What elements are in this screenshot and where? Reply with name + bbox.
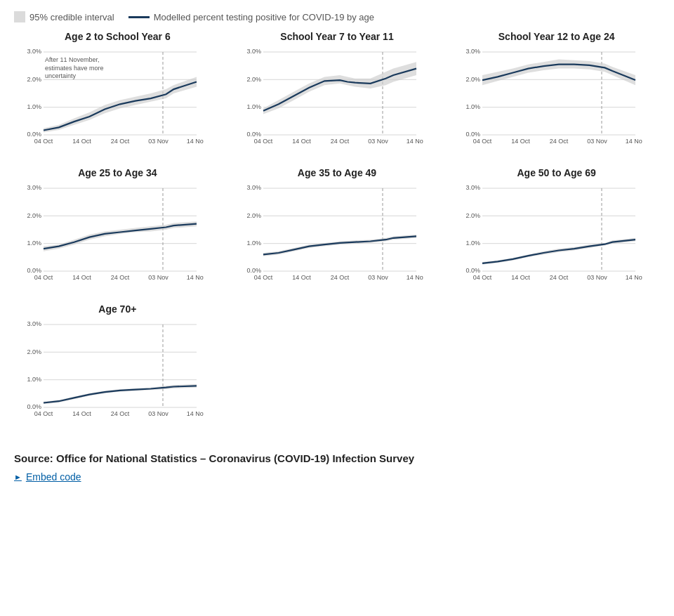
svg-text:3.0%: 3.0%: [466, 184, 481, 191]
chart-annotation-age2-school6: After 11 November, estimates have more u…: [45, 56, 115, 81]
chart-title-age2-school6: Age 2 to School Year 6: [14, 31, 221, 42]
svg-text:1.0%: 1.0%: [27, 103, 41, 110]
chart-age50-69: Age 50 to Age 693.0%2.0%1.0%0.0%04 Oct14…: [453, 167, 660, 295]
svg-text:3.0%: 3.0%: [246, 48, 261, 55]
svg-text:2.0%: 2.0%: [246, 76, 261, 83]
svg-text:14 Oct: 14 Oct: [512, 274, 531, 281]
svg-text:24 Oct: 24 Oct: [330, 138, 349, 145]
svg-text:1.0%: 1.0%: [466, 240, 481, 247]
svg-rect-96: [44, 325, 197, 407]
svg-text:03 Nov: 03 Nov: [368, 138, 388, 145]
svg-text:04 Oct: 04 Oct: [253, 138, 272, 145]
legend-line-label: Modelled percent testing positive for CO…: [154, 12, 374, 22]
svg-text:03 Nov: 03 Nov: [148, 274, 168, 281]
svg-text:14 Nov: 14 Nov: [187, 274, 204, 281]
svg-text:14 Oct: 14 Oct: [292, 138, 311, 145]
chart-title-sy7-year11: School Year 7 to Year 11: [234, 31, 441, 42]
charts-area: Age 2 to School Year 63.0%2.0%1.0%0.0%04…: [14, 31, 660, 431]
svg-text:24 Oct: 24 Oct: [550, 274, 569, 281]
svg-text:0.0%: 0.0%: [27, 403, 41, 410]
svg-text:24 Oct: 24 Oct: [111, 410, 130, 417]
chart-title-age35-49: Age 35 to Age 49: [234, 167, 441, 178]
svg-text:2.0%: 2.0%: [466, 76, 481, 83]
chart-age35-49: Age 35 to Age 493.0%2.0%1.0%0.0%04 Oct14…: [234, 167, 441, 295]
chart-age70plus: Age 70+3.0%2.0%1.0%0.0%04 Oct14 Oct24 Oc…: [14, 303, 221, 431]
svg-text:1.0%: 1.0%: [246, 240, 261, 247]
svg-text:3.0%: 3.0%: [466, 48, 481, 55]
svg-text:04 Oct: 04 Oct: [253, 274, 272, 281]
svg-text:14 Nov: 14 Nov: [406, 274, 423, 281]
svg-text:2.0%: 2.0%: [27, 212, 41, 219]
svg-text:04 Oct: 04 Oct: [34, 410, 53, 417]
svg-text:2.0%: 2.0%: [246, 212, 261, 219]
svg-text:14 Nov: 14 Nov: [187, 410, 204, 417]
svg-text:3.0%: 3.0%: [27, 320, 41, 327]
svg-text:0.0%: 0.0%: [27, 131, 41, 138]
svg-text:24 Oct: 24 Oct: [330, 274, 349, 281]
embed-link[interactable]: ► Embed code: [14, 471, 660, 483]
svg-text:24 Oct: 24 Oct: [111, 274, 130, 281]
svg-text:0.0%: 0.0%: [27, 267, 41, 274]
svg-text:03 Nov: 03 Nov: [148, 138, 168, 145]
svg-text:14 Oct: 14 Oct: [72, 274, 91, 281]
chart-title-age50-69: Age 50 to Age 69: [453, 167, 660, 178]
svg-text:14 Oct: 14 Oct: [292, 274, 311, 281]
svg-text:3.0%: 3.0%: [246, 184, 261, 191]
svg-text:14 Nov: 14 Nov: [406, 138, 423, 145]
embed-label: Embed code: [26, 471, 81, 483]
svg-text:03 Nov: 03 Nov: [148, 410, 168, 417]
svg-text:03 Nov: 03 Nov: [368, 274, 388, 281]
svg-text:3.0%: 3.0%: [27, 48, 41, 55]
svg-text:14 Oct: 14 Oct: [72, 410, 91, 417]
svg-text:03 Nov: 03 Nov: [588, 138, 608, 145]
legend-interval-box: [14, 11, 25, 22]
svg-text:1.0%: 1.0%: [466, 103, 481, 110]
svg-text:04 Oct: 04 Oct: [34, 138, 53, 145]
svg-text:2.0%: 2.0%: [27, 348, 41, 355]
svg-text:0.0%: 0.0%: [246, 267, 261, 274]
svg-rect-80: [482, 188, 635, 271]
svg-text:14 Nov: 14 Nov: [626, 138, 642, 145]
chart-title-sy12-age24: School Year 12 to Age 24: [453, 31, 660, 42]
svg-text:04 Oct: 04 Oct: [34, 274, 53, 281]
legend: 95% credible interval Modelled percent t…: [14, 11, 660, 22]
svg-text:2.0%: 2.0%: [466, 212, 481, 219]
legend-interval-label: 95% credible interval: [29, 12, 114, 22]
svg-text:0.0%: 0.0%: [246, 131, 261, 138]
svg-text:0.0%: 0.0%: [466, 267, 481, 274]
svg-text:14 Nov: 14 Nov: [626, 274, 642, 281]
svg-text:1.0%: 1.0%: [246, 103, 261, 110]
svg-rect-64: [263, 188, 416, 271]
svg-text:14 Oct: 14 Oct: [512, 138, 531, 145]
svg-text:04 Oct: 04 Oct: [473, 138, 492, 145]
svg-rect-16: [263, 52, 416, 135]
svg-text:1.0%: 1.0%: [27, 376, 41, 383]
chart-sy12-age24: School Year 12 to Age 243.0%2.0%1.0%0.0%…: [453, 31, 660, 159]
svg-text:03 Nov: 03 Nov: [588, 274, 608, 281]
svg-text:04 Oct: 04 Oct: [473, 274, 492, 281]
svg-text:24 Oct: 24 Oct: [550, 138, 569, 145]
svg-text:14 Oct: 14 Oct: [72, 138, 91, 145]
svg-text:2.0%: 2.0%: [27, 76, 41, 83]
svg-text:0.0%: 0.0%: [466, 131, 481, 138]
chart-sy7-year11: School Year 7 to Year 113.0%2.0%1.0%0.0%…: [234, 31, 441, 159]
svg-text:3.0%: 3.0%: [27, 184, 41, 191]
legend-line-box: [128, 16, 150, 18]
source-text: Source: Office for National Statistics –…: [14, 452, 660, 464]
chart-age2-school6: Age 2 to School Year 63.0%2.0%1.0%0.0%04…: [14, 31, 221, 159]
chart-title-age25-34: Age 25 to Age 34: [14, 167, 221, 178]
svg-text:24 Oct: 24 Oct: [111, 138, 130, 145]
chart-title-age70plus: Age 70+: [14, 303, 221, 315]
svg-text:1.0%: 1.0%: [27, 240, 41, 247]
svg-text:14 Nov: 14 Nov: [187, 138, 204, 145]
chart-age25-34: Age 25 to Age 343.0%2.0%1.0%0.0%04 Oct14…: [14, 167, 221, 295]
source-section: Source: Office for National Statistics –…: [14, 452, 660, 483]
embed-arrow-icon: ►: [14, 473, 22, 481]
